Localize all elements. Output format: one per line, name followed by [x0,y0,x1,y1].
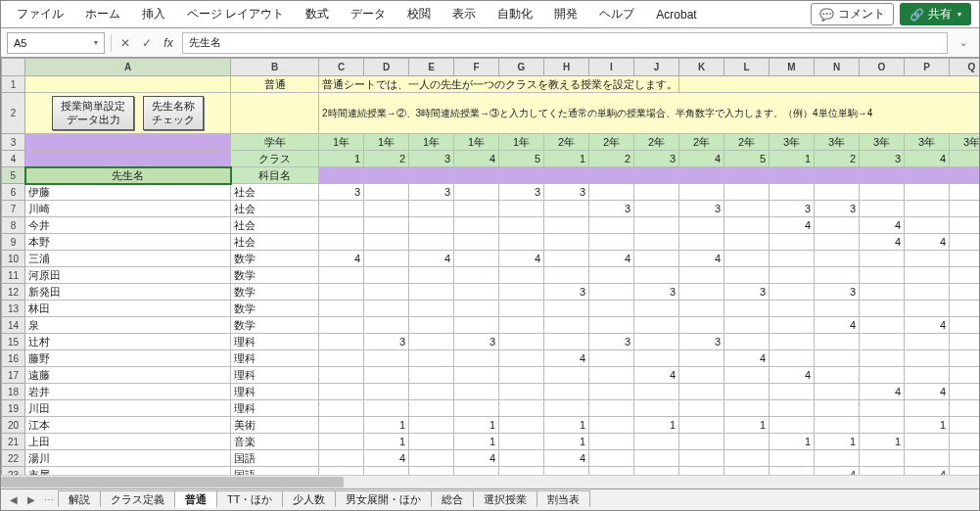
cell[interactable] [454,201,499,217]
cell[interactable] [770,400,815,417]
cell[interactable] [454,400,499,417]
cell[interactable] [905,251,950,267]
cell[interactable]: 1 [544,151,589,167]
cell[interactable] [905,217,950,234]
cell[interactable] [364,367,409,384]
cell[interactable] [679,317,724,334]
cell[interactable] [950,384,980,400]
cell[interactable]: 3 [364,334,409,350]
cell[interactable]: 普通 [231,76,319,93]
comments-button[interactable]: 💬コメント [811,3,894,25]
menu-data[interactable]: データ [343,4,394,24]
row-header[interactable]: 18 [2,384,25,400]
col-header[interactable]: H [544,59,589,76]
cell[interactable]: 4 [409,251,454,267]
formula-input[interactable]: 先生名 [182,32,948,54]
cell[interactable]: 4 [724,350,770,367]
cell[interactable]: 4 [950,400,980,417]
cell[interactable] [319,284,364,301]
cell[interactable] [499,234,544,251]
cell[interactable] [770,467,815,476]
cell[interactable] [409,367,454,384]
cell[interactable]: 3 [589,334,634,350]
cell[interactable] [724,301,770,317]
cell[interactable] [950,251,980,267]
cell[interactable] [905,267,950,284]
cell[interactable]: 3 [409,184,454,201]
row-header[interactable]: 8 [2,217,25,234]
cell[interactable] [364,251,409,267]
cell[interactable]: 3年 [815,134,860,151]
cell[interactable] [319,417,364,434]
cell[interactable] [319,350,364,367]
cell[interactable] [499,334,544,350]
col-header[interactable]: L [724,59,770,76]
row-header[interactable]: 23 [2,467,25,476]
cell[interactable] [634,201,679,217]
cell[interactable] [860,334,905,350]
cell[interactable] [364,234,409,251]
cell[interactable] [679,267,724,284]
cell[interactable] [905,301,950,317]
cell[interactable] [499,284,544,301]
cell[interactable]: 1 [364,434,409,450]
cell[interactable]: 3 [770,201,815,217]
cell[interactable] [544,301,589,317]
cell[interactable]: 2 [815,151,860,167]
cell[interactable] [454,467,499,476]
cell[interactable]: 3年 [950,134,980,151]
cell[interactable]: 4 [905,151,950,167]
cell[interactable] [770,284,815,301]
cell[interactable] [319,317,364,334]
cell[interactable]: 普通シートでは、一人の先生が一つのクラスを教える授業を設定します。 [319,76,679,93]
cell[interactable] [409,284,454,301]
cell[interactable] [319,384,364,400]
cell[interactable]: 3年 [905,134,950,151]
spreadsheet-grid[interactable]: ABCDEFGHIJKLMNOPQ1普通普通シートでは、一人の先生が一つのクラス… [1,58,979,475]
col-header[interactable]: J [634,59,679,76]
cell[interactable]: 4 [364,450,409,467]
cell[interactable] [634,400,679,417]
cell[interactable] [815,384,860,400]
cell[interactable] [905,284,950,301]
cell[interactable]: 4 [905,384,950,400]
cell[interactable] [409,301,454,317]
cell[interactable] [499,317,544,334]
cell[interactable] [499,217,544,234]
cell[interactable] [679,234,724,251]
cell[interactable]: 遠藤 [25,367,231,384]
cell[interactable] [319,301,364,317]
cell[interactable]: 泉 [25,317,231,334]
cell[interactable]: 1 [860,434,905,450]
share-button[interactable]: 🔗共有▾ [900,3,971,25]
cell[interactable]: 3 [544,184,589,201]
cell[interactable] [679,367,724,384]
cell[interactable]: 理科 [231,400,319,417]
cell[interactable]: 2年 [634,134,679,151]
cell[interactable] [679,467,724,476]
cell[interactable]: 1 [544,434,589,450]
sheet-tab[interactable]: 普通 [174,490,217,508]
cell[interactable] [634,334,679,350]
cell[interactable]: 4 [815,467,860,476]
cell[interactable] [589,367,634,384]
menu-pagelayout[interactable]: ページ レイアウト [179,4,292,24]
cell[interactable] [724,184,770,201]
cell[interactable] [950,450,980,467]
cell[interactable] [770,267,815,284]
cell[interactable]: 美術 [231,417,319,434]
cancel-icon[interactable]: ✕ [117,35,133,51]
menu-acrobat[interactable]: Acrobat [648,6,704,23]
cell[interactable]: 4 [634,367,679,384]
cell[interactable] [364,384,409,400]
cell[interactable]: 川崎 [25,201,231,217]
cell[interactable]: 3 [815,201,860,217]
selected-cell[interactable]: 先生名 [25,167,231,184]
cell[interactable]: 4 [905,467,950,476]
cell[interactable] [950,217,980,234]
cell[interactable] [364,400,409,417]
cell[interactable]: 岩井 [25,384,231,400]
cell[interactable] [724,467,770,476]
cell[interactable]: 3 [454,334,499,350]
row-header[interactable]: 12 [2,284,25,301]
